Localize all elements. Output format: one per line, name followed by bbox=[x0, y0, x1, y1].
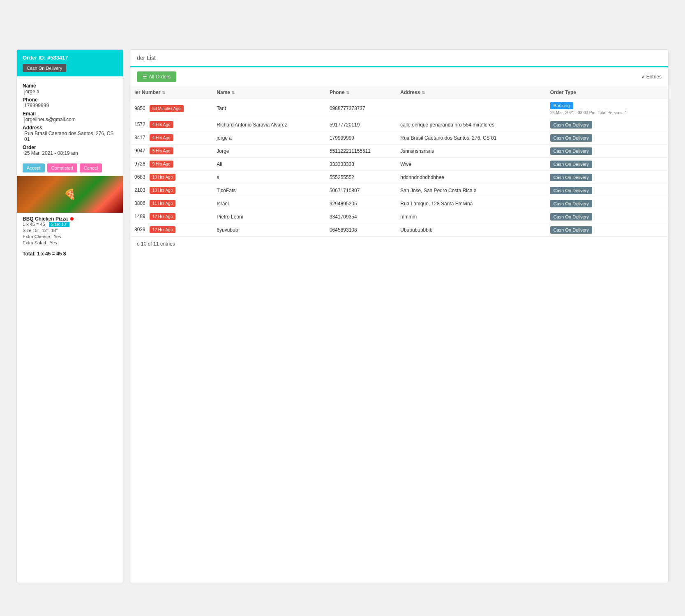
cell-order-number: 9728 9 Hrs Ago bbox=[130, 158, 212, 171]
accept-button[interactable]: Accept bbox=[23, 163, 45, 172]
order-date-label: Order bbox=[23, 145, 117, 150]
cell-address bbox=[396, 99, 546, 118]
phone-value: 179999999 bbox=[24, 103, 117, 108]
sort-icon-name: ⇅ bbox=[231, 90, 235, 95]
order-detail-panel: Order ID: #583417 Cash On Delivery Name … bbox=[16, 49, 123, 583]
order-type-badge: Cash On Delivery bbox=[550, 121, 592, 129]
right-header-title: der List bbox=[137, 55, 156, 61]
cell-name: Tant bbox=[212, 99, 325, 118]
time-badge: 5 Hrs Ago bbox=[150, 147, 173, 154]
cell-address: Rua Lamque, 128 Santa Etelvina bbox=[396, 197, 546, 210]
address-label: Address bbox=[23, 125, 117, 131]
sort-icon-phone: ⇅ bbox=[346, 90, 349, 95]
cell-address: San Jose, San Pedro Costa Rica a bbox=[396, 184, 546, 197]
order-type-badge: Cash On Delivery bbox=[550, 226, 592, 234]
size-badge: Size: 10" bbox=[49, 222, 69, 227]
order-type-badge: Cash On Delivery bbox=[550, 134, 592, 142]
table-row[interactable]: 2103 10 Hrs Ago TicoEats 50671710807 San… bbox=[130, 184, 668, 197]
action-buttons: Accept Completed Cancel bbox=[17, 160, 123, 176]
order-number: 9728 bbox=[134, 161, 145, 167]
cell-order-type: Cash On Delivery bbox=[546, 184, 668, 197]
all-orders-button[interactable]: ☰ All Orders bbox=[137, 71, 176, 82]
cell-phone: 50671710807 bbox=[325, 184, 396, 197]
cell-phone: 551122211155511 bbox=[325, 145, 396, 158]
cell-order-number: 9850 53 Minutes Ago bbox=[130, 99, 212, 118]
table-row[interactable]: 3806 11 Hrs Ago Israel 9294895205 Rua La… bbox=[130, 197, 668, 210]
order-type-badge: Cash On Delivery bbox=[550, 187, 592, 194]
cell-phone: 59177720119 bbox=[325, 118, 396, 131]
col-name[interactable]: Name ⇅ bbox=[212, 86, 325, 99]
col-order-type[interactable]: Order Type bbox=[546, 86, 668, 99]
email-value: jorgeilheus@gmail.com bbox=[24, 117, 117, 122]
time-badge: 9 Hrs Ago bbox=[150, 161, 173, 168]
cell-order-number: 3417 4 Hrs Ago bbox=[130, 131, 212, 145]
cell-name: Richard Antonio Saravia Alvarez bbox=[212, 118, 325, 131]
completed-button[interactable]: Completed bbox=[47, 163, 77, 172]
cell-order-number: 1572 4 Hrs Ago bbox=[130, 118, 212, 131]
item-total: Total: 1 x 45 = 45 $ bbox=[17, 251, 123, 261]
cell-phone: 3341709354 bbox=[325, 210, 396, 223]
table-row[interactable]: 1489 12 Hrs Ago Pietro Leoni 3341709354 … bbox=[130, 210, 668, 223]
cell-order-type: Cash On Delivery bbox=[546, 197, 668, 210]
cell-order-type: Cash On Delivery bbox=[546, 158, 668, 171]
cell-order-type: Cash On Delivery bbox=[546, 210, 668, 223]
table-row[interactable]: 8029 12 Hrs Ago 6yuvubub 0645893108 Ubub… bbox=[130, 223, 668, 237]
order-number: 2103 bbox=[134, 187, 145, 193]
toolbar: ☰ All Orders ∨ Entries bbox=[130, 67, 668, 86]
cell-name: jorge a bbox=[212, 131, 325, 145]
cell-phone: 0645893108 bbox=[325, 223, 396, 237]
cell-name: TicoEats bbox=[212, 184, 325, 197]
order-date-value: 25 Mar, 2021 - 08:19 am bbox=[24, 150, 117, 156]
col-phone[interactable]: Phone ⇅ bbox=[325, 86, 396, 99]
cell-name: 6yuvubub bbox=[212, 223, 325, 237]
cell-name: Ali bbox=[212, 158, 325, 171]
table-row[interactable]: 9728 9 Hrs Ago Ali 333333333 Wwe Cash On… bbox=[130, 158, 668, 171]
cell-order-number: 3806 11 Hrs Ago bbox=[130, 197, 212, 210]
sort-icon-order-number: ⇅ bbox=[162, 90, 165, 95]
cell-address: Ububububbbib bbox=[396, 223, 546, 237]
table-row[interactable]: 9047 5 Hrs Ago Jorge 551122211155511 Jsn… bbox=[130, 145, 668, 158]
sort-icon-address: ⇅ bbox=[422, 90, 425, 95]
order-number: 0683 bbox=[134, 174, 145, 180]
time-badge: 4 Hrs Ago bbox=[150, 134, 173, 141]
orders-table-wrapper: ler Number ⇅ Name ⇅ Phone ⇅ Address bbox=[130, 86, 668, 237]
cancel-button[interactable]: Cancel bbox=[80, 163, 102, 172]
order-type-badge: Cash On Delivery bbox=[550, 161, 592, 168]
cell-address: Wwe bbox=[396, 158, 546, 171]
col-address[interactable]: Address ⇅ bbox=[396, 86, 546, 99]
table-row[interactable]: 1572 4 Hrs Ago Richard Antonio Saravia A… bbox=[130, 118, 668, 131]
cell-name: s bbox=[212, 171, 325, 184]
name-value: jorge a bbox=[24, 89, 117, 94]
time-badge: 12 Hrs Ago bbox=[150, 213, 175, 220]
right-header: der List bbox=[130, 50, 668, 67]
cell-phone: 555255552 bbox=[325, 171, 396, 184]
table-row[interactable]: 0683 10 Hrs Ago s 555255552 hddnndndhdhd… bbox=[130, 171, 668, 184]
cell-address: calle enrique penaranda nro 554 miraflor… bbox=[396, 118, 546, 131]
cell-order-number: 1489 12 Hrs Ago bbox=[130, 210, 212, 223]
orders-list-panel: der List ☰ All Orders ∨ Entries ler Numb… bbox=[130, 49, 669, 583]
order-number: 9047 bbox=[134, 148, 145, 154]
food-image: 🍕 bbox=[17, 176, 123, 213]
cell-phone: 0988777373737 bbox=[325, 99, 396, 118]
item-extra-cheese: Extra Cheese : Yes bbox=[23, 234, 117, 239]
order-number: 9850 bbox=[134, 106, 145, 111]
table-row[interactable]: 9850 53 Minutes Ago Tant 0988777373737 B… bbox=[130, 99, 668, 118]
order-number: 8029 bbox=[134, 227, 145, 232]
order-id: Order ID: #583417 bbox=[23, 55, 117, 61]
order-number: 1572 bbox=[134, 122, 145, 127]
cell-address: hddnndndhdhdhhee bbox=[396, 171, 546, 184]
order-type-badge: Cash On Delivery bbox=[550, 213, 592, 221]
booking-info: 26 Mar, 2021 - 03:00 Pm Total Persons: 1 bbox=[550, 110, 664, 115]
time-badge: 4 Hrs Ago bbox=[150, 121, 173, 128]
col-order-number[interactable]: ler Number ⇅ bbox=[130, 86, 212, 99]
table-row[interactable]: 3417 4 Hrs Ago jorge a 179999999 Rua Bra… bbox=[130, 131, 668, 145]
cell-phone: 179999999 bbox=[325, 131, 396, 145]
item-extra-salad: Extra Salad : Yes bbox=[23, 240, 117, 245]
cell-order-type: Cash On Delivery bbox=[546, 131, 668, 145]
chevron-down-icon: ∨ bbox=[641, 74, 645, 80]
order-number: 3806 bbox=[134, 200, 145, 206]
order-header: Order ID: #583417 Cash On Delivery bbox=[17, 50, 123, 76]
order-type-badge: Cash On Delivery bbox=[550, 174, 592, 181]
order-type-badge: Cash On Delivery bbox=[550, 147, 592, 155]
item-qty: 1 x 45 = 45 bbox=[23, 222, 45, 227]
